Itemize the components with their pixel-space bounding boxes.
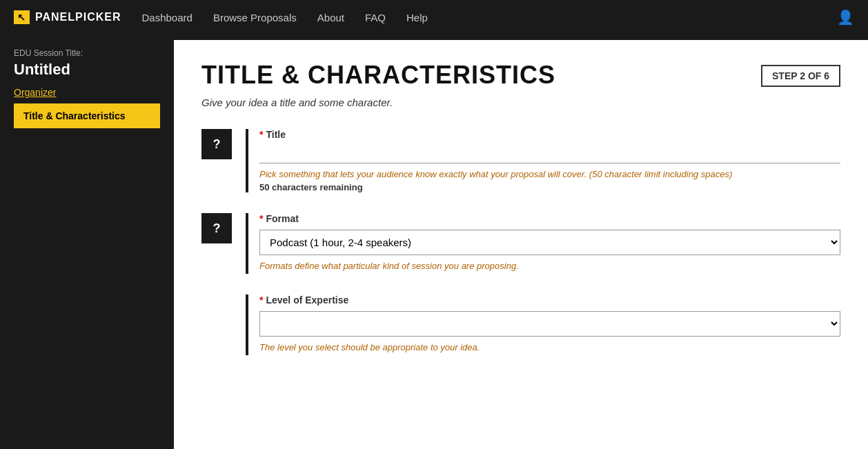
navbar-logo[interactable]: ↖ PANELPICKER <box>14 10 121 24</box>
format-section: ? * Format Podcast (1 hour, 2-4 speakers… <box>201 213 840 274</box>
expertise-label-text: Level of Expertise <box>266 295 348 306</box>
title-field-container: * Title Pick something that lets your au… <box>246 129 840 192</box>
logo-icon: ↖ <box>14 10 30 24</box>
main-content: TITLE & CHARACTERISTICS STEP 2 OF 6 Give… <box>174 34 868 449</box>
expertise-required-star: * <box>259 295 263 306</box>
expertise-label: * Level of Expertise <box>259 295 840 306</box>
nav-help[interactable]: Help <box>406 12 428 23</box>
format-select[interactable]: Podcast (1 hour, 2-4 speakers) Workshop … <box>259 230 840 255</box>
title-required-star: * <box>259 129 263 140</box>
session-label: EDU Session Title: <box>14 48 160 58</box>
title-section: ? * Title Pick something that lets your … <box>201 129 840 192</box>
title-label: * Title <box>259 129 840 140</box>
title-counter: 50 characters remaining <box>259 182 840 192</box>
sidebar-nav-item-title-characteristics[interactable]: Title & Characteristics <box>14 103 160 128</box>
expertise-hint: The level you select should be appropria… <box>259 342 840 352</box>
step-badge: STEP 2 OF 6 <box>761 65 840 87</box>
format-help-icon[interactable]: ? <box>201 213 232 243</box>
user-icon[interactable]: 👤 <box>837 9 854 26</box>
title-help-icon[interactable]: ? <box>201 129 232 159</box>
organizer-link[interactable]: Organizer <box>14 87 160 98</box>
page-title: TITLE & CHARACTERISTICS <box>201 61 555 90</box>
session-title: Untitled <box>14 61 160 79</box>
format-hint: Formats define what particular kind of s… <box>259 261 840 271</box>
title-hint: Pick something that lets your audience k… <box>259 169 840 179</box>
format-required-star: * <box>259 213 263 224</box>
top-bar <box>174 34 868 40</box>
page-header: TITLE & CHARACTERISTICS STEP 2 OF 6 <box>201 61 840 90</box>
page-subtitle: Give your idea a title and some characte… <box>201 97 840 108</box>
main-layout: EDU Session Title: Untitled Organizer Ti… <box>0 34 868 449</box>
navbar-links: Dashboard Browse Proposals About FAQ Hel… <box>142 12 817 23</box>
nav-faq[interactable]: FAQ <box>365 12 386 23</box>
expertise-section: ? * Level of Expertise Beginner Intermed… <box>201 295 840 355</box>
title-input[interactable] <box>259 146 840 163</box>
content-area: TITLE & CHARACTERISTICS STEP 2 OF 6 Give… <box>174 40 868 397</box>
sidebar: EDU Session Title: Untitled Organizer Ti… <box>0 34 174 449</box>
format-label-text: Format <box>266 213 298 224</box>
format-field-container: * Format Podcast (1 hour, 2-4 speakers) … <box>246 213 840 274</box>
navbar: ↖ PANELPICKER Dashboard Browse Proposals… <box>0 0 868 34</box>
format-label: * Format <box>259 213 840 224</box>
expertise-field-container: * Level of Expertise Beginner Intermedia… <box>246 295 840 355</box>
nav-about[interactable]: About <box>317 12 344 23</box>
logo-text: PANELPICKER <box>35 11 121 23</box>
nav-browse-proposals[interactable]: Browse Proposals <box>213 12 297 23</box>
nav-dashboard[interactable]: Dashboard <box>142 12 193 23</box>
expertise-select[interactable]: Beginner Intermediate Advanced <box>259 311 840 337</box>
title-label-text: Title <box>266 129 286 140</box>
